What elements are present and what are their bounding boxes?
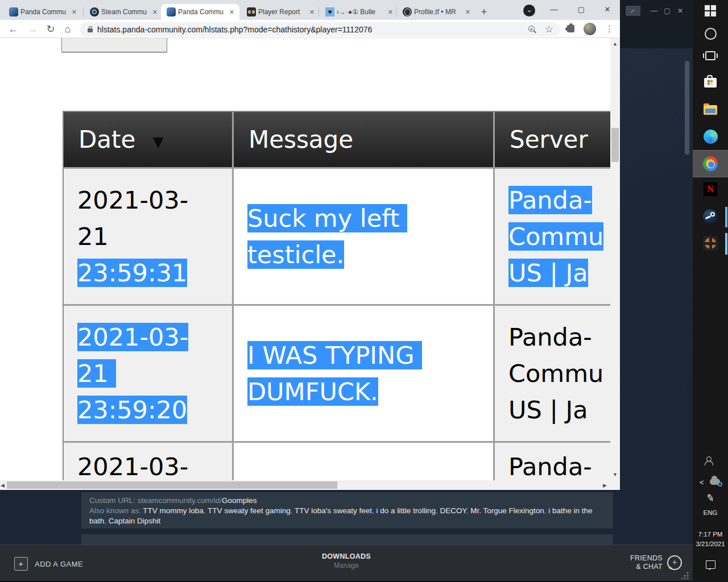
window-minimize-button[interactable]: — (541, 0, 566, 18)
browser-tab-3[interactable]: Panda Commu✕ (161, 4, 239, 20)
edge-icon[interactable] (693, 130, 728, 144)
hidden-icons-chevron[interactable]: < (700, 478, 704, 487)
tab-close-icon[interactable]: ✕ (386, 7, 395, 17)
cell-server: Panda-CommuUS | Ja (495, 306, 610, 441)
window-close-button[interactable]: ✕ (595, 0, 620, 18)
column-header-server[interactable]: Server (495, 112, 610, 167)
report-favicon (247, 7, 256, 16)
tab-separator (83, 7, 84, 16)
extensions-puzzle-icon[interactable] (567, 24, 574, 32)
alias: Captain Dipshit (109, 517, 161, 525)
onedrive-sync-icon[interactable] (710, 476, 720, 485)
new-tab-button[interactable]: + (477, 5, 491, 19)
cell-date: 2021-03-21 23:59:20 (64, 306, 232, 441)
friends-chat-button[interactable]: FRIENDS& CHAT + (630, 554, 682, 571)
steam-taskbar-icon[interactable] (693, 209, 728, 224)
cell-server: Panda- (495, 443, 610, 480)
tab-search-button[interactable]: ⌄ (523, 5, 535, 16)
chat-bubble-icon: + (667, 555, 682, 570)
browser-tab-4[interactable]: Player Report✕ (241, 4, 320, 20)
start-button[interactable] (693, 5, 728, 16)
cell-message (234, 443, 493, 480)
resize-grip[interactable] (681, 571, 689, 579)
steam-window-lower: Custom URL: steamcommunity.com/id/Goompl… (0, 490, 693, 582)
tab-title: ›→·●① Bulle (337, 8, 384, 16)
task-view-icon[interactable] (693, 51, 728, 60)
window-maximize-button[interactable]: ▢ (569, 0, 594, 18)
tab-close-icon[interactable]: ✕ (464, 7, 472, 17)
cortana-icon[interactable] (693, 28, 728, 40)
tf2-running-indicator (725, 233, 727, 255)
scroll-right-arrow[interactable]: ▶ (603, 483, 607, 488)
custom-url-name[interactable]: Goomples (222, 496, 257, 505)
language-indicator[interactable]: ENG (693, 509, 728, 516)
also-known-as-line: Also known as: TTV mommy loba, TTV sweat… (89, 506, 605, 526)
alias: Mr. Torgue Flexington (470, 506, 544, 515)
action-center-icon[interactable] (693, 560, 728, 569)
zoom-icon[interactable] (528, 26, 536, 33)
browser-tab-1[interactable]: Panda Commu✕ (3, 4, 82, 20)
vertical-scroll-thumb[interactable] (611, 128, 619, 162)
tab-close-icon[interactable]: ✕ (70, 7, 78, 17)
browser-tab-6[interactable]: Profile.tf • MR✕ (397, 4, 475, 20)
chat-history-table: Date▼MessageServer2021-03-2123:59:31Suck… (63, 111, 610, 480)
lock-icon[interactable] (88, 28, 93, 32)
steam-running-indicator (725, 207, 727, 227)
tab-close-icon[interactable]: ✕ (151, 7, 159, 17)
screen: Panda Commu✕Steam Commu✕Panda Commu✕Play… (0, 0, 728, 582)
profile-avatar[interactable] (584, 23, 596, 35)
alias: TTV mommy loba (143, 506, 204, 515)
steam-minimize-button[interactable]: — (648, 5, 660, 16)
tf2-icon[interactable] (693, 236, 728, 251)
steam-maximize-button[interactable]: ▢ (661, 5, 673, 16)
page-content: Date▼MessageServer2021-03-2123:59:31Suck… (0, 38, 610, 480)
steam-close-button[interactable]: ✕ (675, 5, 686, 16)
file-explorer-icon[interactable] (693, 103, 728, 115)
home-button[interactable]: ⌂ (60, 22, 75, 36)
tab-close-icon[interactable]: ✕ (308, 7, 316, 17)
manage-link[interactable]: Manage (0, 562, 693, 569)
steam-profile-panel: Custom URL: steamcommunity.com/id/Goompl… (81, 492, 613, 529)
address-bar[interactable]: hlstats.panda-community.com/hlstats.php?… (80, 22, 560, 36)
back-button[interactable]: ← (6, 22, 20, 36)
steam-footer-bar: + ADD A GAME DOWNLOADS Manage FRIENDS& C… (0, 544, 693, 581)
reload-button[interactable]: ↻ (43, 22, 58, 36)
alias: TTV loba's sweaty feet (295, 506, 372, 515)
cell-date: 2021-03-2123:59:31 (64, 169, 232, 304)
downloads-block[interactable]: DOWNLOADS Manage (0, 552, 693, 569)
scroll-left-arrow[interactable]: ◀ (1, 483, 5, 488)
bookmark-star-icon[interactable]: ☆ (545, 23, 553, 35)
column-header-date[interactable]: Date▼ (64, 112, 232, 167)
taskbar: N < ✎ ENG 7:17 PM 3/21/2021 (693, 0, 728, 582)
tab-close-icon[interactable]: ✕ (228, 7, 236, 17)
windows-ink-pen-icon[interactable]: ✎ (692, 489, 728, 507)
browser-menu-icon[interactable]: ⋮ (605, 24, 614, 34)
netflix-icon[interactable]: N (693, 182, 728, 196)
people-icon[interactable] (693, 456, 728, 465)
clock-date[interactable]: 3/21/2021 (693, 541, 728, 547)
tab-separator (396, 7, 396, 16)
downloads-label[interactable]: DOWNLOADS (0, 552, 693, 560)
alias: TTV sweaty feet gaming (208, 506, 291, 515)
clock-time[interactable]: 7:17 PM (693, 531, 728, 538)
forward-button[interactable]: → (25, 22, 40, 36)
vertical-scrollbar[interactable]: ▲ ▼ (610, 38, 620, 480)
chrome-taskbar-icon[interactable] (693, 156, 728, 171)
sort-arrow-icon[interactable]: ▼ (152, 134, 163, 150)
steam-expand-button[interactable]: ↕ (626, 6, 640, 16)
microsoft-store-icon[interactable] (693, 75, 728, 88)
browser-tab-2[interactable]: Steam Commu✕ (84, 4, 163, 20)
cell-server: Panda-CommuUS | Ja (495, 169, 610, 304)
chrome-window: Panda Commu✕Steam Commu✕Panda Commu✕Play… (0, 0, 620, 490)
column-header-message[interactable]: Message (234, 112, 493, 167)
steam-favicon (90, 7, 99, 16)
scroll-up-arrow[interactable]: ▲ (610, 38, 620, 47)
url-text[interactable]: hlstats.panda-community.com/hlstats.php?… (97, 25, 528, 34)
horizontal-scroll-thumb[interactable] (7, 481, 337, 489)
scroll-down-arrow[interactable]: ▼ (610, 472, 620, 477)
steam-scrollbar-thumb[interactable] (685, 61, 689, 155)
partial-form-control[interactable] (61, 38, 167, 52)
horizontal-scrollbar[interactable]: ◀ ▶ (0, 480, 610, 490)
tab-title: Profile.tf • MR (414, 8, 461, 16)
browser-tab-5[interactable]: ♥›→·●① Bulle✕ (320, 4, 398, 20)
